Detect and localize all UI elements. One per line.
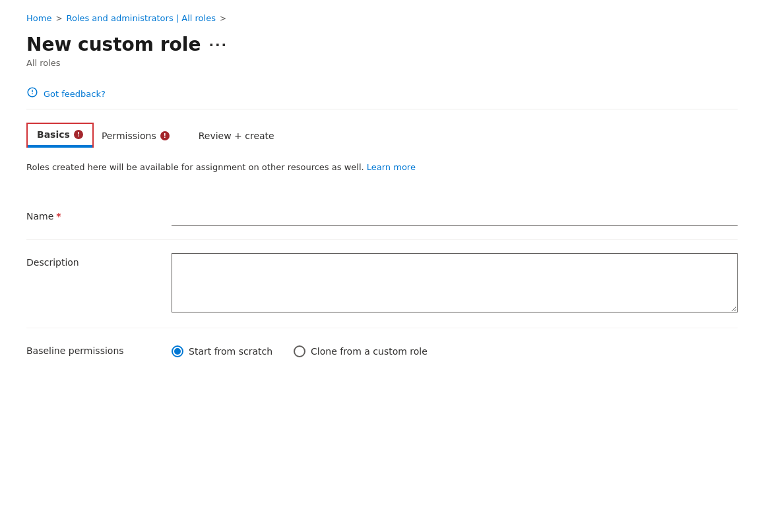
tab-permissions-error: !: [160, 131, 170, 140]
breadcrumb-chevron-2: >: [220, 14, 226, 23]
form-section: Name * Description Baseline permissions: [26, 194, 738, 370]
description-input-wrapper: [172, 253, 738, 314]
description-input[interactable]: [172, 253, 738, 312]
radio-scratch-label: Start from scratch: [189, 346, 272, 357]
name-label: Name *: [26, 207, 172, 222]
name-required-star: *: [56, 211, 61, 222]
tab-basics[interactable]: Basics !: [26, 123, 94, 148]
breadcrumb-home[interactable]: Home: [26, 13, 51, 23]
tab-basics-label: Basics: [37, 129, 70, 140]
breadcrumb-roles[interactable]: Roles and administrators | All roles: [66, 13, 216, 23]
radio-group: Start from scratch Clone from a custom r…: [172, 341, 738, 357]
more-options-button[interactable]: ···: [208, 37, 228, 53]
feedback-bar: Got feedback?: [26, 81, 738, 109]
name-field-row: Name *: [26, 194, 738, 240]
feedback-icon: [26, 86, 38, 101]
page-title: New custom role: [26, 34, 201, 55]
breadcrumb-chevron-1: >: [55, 14, 62, 23]
baseline-label: Baseline permissions: [26, 341, 172, 356]
radio-scratch-inner: [174, 348, 181, 355]
learn-more-link[interactable]: Learn more: [367, 162, 416, 172]
info-text: Roles created here will be available for…: [26, 161, 738, 174]
tab-basics-error: !: [74, 130, 83, 139]
tab-permissions[interactable]: Permissions !: [102, 124, 183, 148]
baseline-permissions-row: Baseline permissions Start from scratch …: [26, 328, 738, 370]
radio-scratch[interactable]: Start from scratch: [172, 345, 272, 357]
breadcrumb: Home > Roles and administrators | All ro…: [26, 13, 738, 23]
radio-clone-circle[interactable]: [294, 345, 305, 357]
description-label: Description: [26, 253, 172, 268]
name-input-wrapper: [172, 207, 738, 226]
radio-clone[interactable]: Clone from a custom role: [294, 345, 428, 357]
tab-review-create[interactable]: Review + create: [199, 124, 288, 148]
tab-review-create-label: Review + create: [199, 131, 274, 141]
description-field-row: Description: [26, 240, 738, 328]
page-title-container: New custom role ···: [26, 34, 738, 55]
feedback-link[interactable]: Got feedback?: [44, 89, 106, 99]
info-text-content: Roles created here will be available for…: [26, 162, 364, 172]
name-input[interactable]: [172, 207, 738, 226]
page-subtitle: All roles: [26, 58, 738, 68]
baseline-options-wrapper: Start from scratch Clone from a custom r…: [172, 341, 738, 357]
radio-clone-label: Clone from a custom role: [311, 346, 428, 357]
radio-scratch-circle[interactable]: [172, 345, 183, 357]
tabs-container: Basics ! Permissions ! Review + create: [26, 123, 738, 148]
tab-permissions-label: Permissions: [102, 131, 156, 141]
